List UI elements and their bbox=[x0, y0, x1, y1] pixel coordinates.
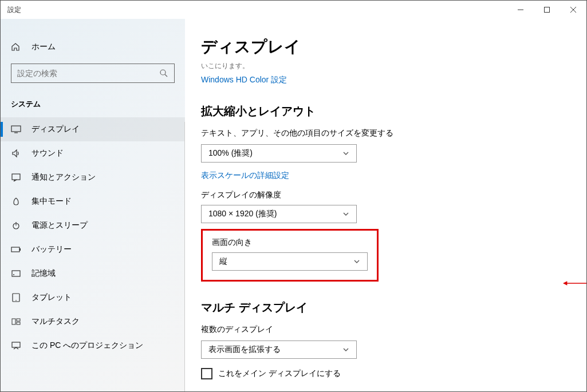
battery-icon bbox=[11, 247, 21, 252]
sidebar-item-label: バッテリー bbox=[31, 244, 72, 255]
scale-value: 100% (推奨) bbox=[208, 148, 253, 159]
close-icon bbox=[570, 7, 576, 13]
sidebar-item-storage[interactable]: 記憶域 bbox=[1, 262, 185, 286]
svg-rect-8 bbox=[12, 174, 20, 180]
resolution-label: ディスプレイの解像度 bbox=[201, 190, 586, 200]
home-label: ホーム bbox=[31, 42, 56, 52]
svg-point-16 bbox=[15, 300, 17, 301]
sidebar-item-label: ディスプレイ bbox=[31, 124, 80, 134]
svg-rect-13 bbox=[12, 271, 20, 276]
orientation-value: 縦 bbox=[219, 256, 227, 267]
sidebar-item-label: 通知とアクション bbox=[31, 172, 96, 183]
svg-rect-12 bbox=[19, 248, 21, 251]
sidebar-item-focus[interactable]: 集中モード bbox=[1, 189, 185, 213]
sidebar-item-sound[interactable]: サウンド bbox=[1, 141, 185, 165]
sidebar-item-label: 集中モード bbox=[31, 196, 72, 207]
search-input[interactable] bbox=[17, 69, 159, 78]
svg-point-14 bbox=[13, 274, 14, 275]
search-icon bbox=[159, 69, 168, 78]
home-icon bbox=[11, 42, 21, 52]
sidebar-item-multitask[interactable]: マルチタスク bbox=[1, 310, 185, 334]
category-label: システム bbox=[1, 93, 185, 117]
svg-point-4 bbox=[160, 70, 166, 75]
main-display-label: これをメイン ディスプレイにする bbox=[218, 369, 341, 379]
page-title: ディスプレイ bbox=[201, 36, 586, 58]
svg-line-5 bbox=[165, 74, 167, 77]
display-icon bbox=[11, 125, 21, 133]
main-panel: ディスプレイ いこにります。 Windows HD Color 設定 拡大縮小と… bbox=[185, 19, 586, 391]
main-display-row: これをメイン ディスプレイにする bbox=[201, 368, 586, 379]
chevron-down-icon bbox=[342, 150, 349, 157]
sidebar-item-display[interactable]: ディスプレイ bbox=[1, 117, 185, 141]
app-title: 設定 bbox=[7, 5, 21, 15]
titlebar: 設定 bbox=[1, 1, 586, 19]
minimize-button[interactable] bbox=[507, 1, 534, 19]
svg-rect-17 bbox=[12, 319, 15, 324]
multi-dropdown[interactable]: 表示画面を拡張する bbox=[201, 340, 357, 359]
sidebar-item-power[interactable]: 電源とスリープ bbox=[1, 213, 185, 237]
sidebar-item-label: タブレット bbox=[31, 292, 72, 303]
home-button[interactable]: ホーム bbox=[1, 35, 185, 59]
chevron-down-icon bbox=[353, 258, 360, 265]
sidebar-item-label: 記憶域 bbox=[31, 268, 56, 279]
sidebar-item-label: サウンド bbox=[31, 148, 64, 159]
close-button[interactable] bbox=[560, 1, 586, 19]
maximize-button[interactable] bbox=[534, 1, 560, 19]
minimize-icon bbox=[518, 7, 523, 13]
annotation-highlight-box: 画面の向き 縦 bbox=[201, 229, 379, 282]
sidebar: ホーム システム ディスプレイ サウンド 通知とアクション 集中モード 電源とス… bbox=[1, 19, 185, 391]
scale-advanced-link[interactable]: 表示スケールの詳細設定 bbox=[201, 171, 289, 181]
sidebar-item-label: この PC へのプロジェクション bbox=[31, 340, 143, 351]
multi-label: 複数のディスプレイ bbox=[201, 324, 586, 335]
tablet-icon bbox=[11, 293, 21, 302]
notification-icon bbox=[11, 173, 21, 181]
orientation-dropdown[interactable]: 縦 bbox=[212, 252, 368, 271]
scale-label: テキスト、アプリ、その他の項目のサイズを変更する bbox=[201, 128, 586, 138]
sidebar-item-battery[interactable]: バッテリー bbox=[1, 237, 185, 262]
svg-rect-20 bbox=[12, 342, 20, 347]
sidebar-item-label: マルチタスク bbox=[31, 316, 80, 327]
power-icon bbox=[11, 221, 21, 230]
svg-rect-6 bbox=[11, 126, 21, 132]
maximize-icon bbox=[544, 7, 550, 13]
sidebar-item-label: 電源とスリープ bbox=[31, 220, 88, 231]
window-controls bbox=[507, 1, 586, 19]
arrow-icon bbox=[563, 278, 586, 289]
resolution-value: 1080 × 1920 (推奨) bbox=[208, 209, 277, 219]
sidebar-item-projection[interactable]: この PC へのプロジェクション bbox=[1, 334, 185, 358]
sound-icon bbox=[11, 149, 21, 158]
main-display-checkbox[interactable] bbox=[201, 368, 212, 379]
storage-icon bbox=[11, 270, 21, 277]
svg-rect-11 bbox=[11, 247, 19, 252]
multi-section-title: マルチ ディスプレイ bbox=[201, 300, 586, 315]
orientation-label: 画面の向き bbox=[212, 237, 368, 248]
sidebar-item-tablet[interactable]: タブレット bbox=[1, 286, 185, 310]
projection-icon bbox=[11, 342, 21, 350]
svg-rect-1 bbox=[545, 7, 550, 13]
sidebar-item-notifications[interactable]: 通知とアクション bbox=[1, 165, 185, 189]
multi-value: 表示画面を拡張する bbox=[208, 345, 281, 355]
resolution-dropdown[interactable]: 1080 × 1920 (推奨) bbox=[201, 205, 357, 223]
svg-rect-18 bbox=[17, 319, 20, 321]
chevron-down-icon bbox=[342, 346, 349, 353]
hd-color-link[interactable]: Windows HD Color 設定 bbox=[201, 75, 287, 85]
chevron-down-icon bbox=[342, 211, 349, 217]
scale-section-title: 拡大縮小とレイアウト bbox=[201, 104, 586, 119]
multitask-icon bbox=[11, 318, 21, 325]
page-subtitle: いこにります。 bbox=[201, 61, 586, 71]
scale-dropdown[interactable]: 100% (推奨) bbox=[201, 144, 357, 163]
search-box[interactable] bbox=[11, 64, 175, 83]
focus-icon bbox=[11, 197, 21, 206]
svg-rect-19 bbox=[17, 322, 20, 324]
